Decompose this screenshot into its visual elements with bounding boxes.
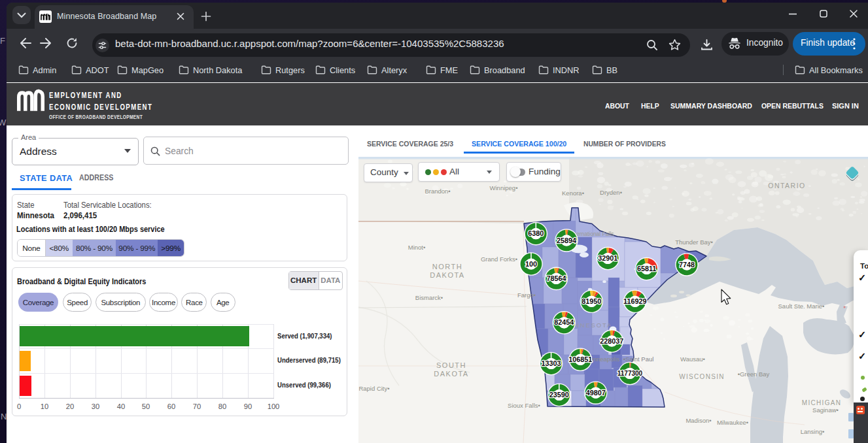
svg-text:106851: 106851 — [568, 355, 592, 363]
svg-text:DAKOTA: DAKOTA — [434, 370, 468, 378]
svg-text:116929: 116929 — [623, 297, 646, 305]
svg-text:Bismarck•: Bismarck• — [415, 294, 443, 301]
svg-text:Wausau•: Wausau• — [680, 355, 705, 363]
svg-text:Lansing•: Lansing• — [801, 428, 825, 435]
svg-text:•Green Bay: •Green Bay — [738, 370, 770, 378]
svg-text:78564: 78564 — [546, 274, 566, 282]
svg-text:Grand Forks•: Grand Forks• — [481, 255, 517, 263]
svg-text:Saginaw•: Saginaw• — [812, 406, 839, 414]
svg-text:Rapid City•: Rapid City• — [358, 385, 389, 392]
svg-text:1177300: 1177300 — [617, 370, 643, 377]
svg-text:25894: 25894 — [557, 237, 576, 244]
svg-text:228037: 228037 — [600, 337, 623, 345]
svg-text:Kenora•: Kenora• — [562, 189, 584, 197]
svg-text:•Saint Paul: •Saint Paul — [623, 355, 654, 363]
svg-text:DAKOTA: DAKOTA — [430, 271, 464, 279]
svg-text:82454: 82454 — [554, 318, 574, 326]
svg-text:7748: 7748 — [679, 261, 695, 269]
svg-text:Dryden•: Dryden• — [600, 189, 622, 196]
svg-text:Brandon•: Brandon• — [425, 188, 450, 195]
svg-text:23590: 23590 — [549, 391, 569, 399]
svg-text:32901: 32901 — [598, 254, 617, 262]
svg-text:Sault Ste. Marie•: Sault Ste. Marie• — [778, 303, 825, 310]
svg-text:81950: 81950 — [582, 297, 601, 305]
svg-text:ONTARIO: ONTARIO — [768, 182, 806, 189]
svg-text:100: 100 — [525, 260, 537, 268]
svg-text:49807: 49807 — [586, 389, 606, 397]
svg-text:MICHIGAN: MICHIGAN — [802, 399, 841, 406]
svg-text:Thunder Bay•: Thunder Bay• — [675, 238, 713, 246]
svg-text:13303: 13303 — [542, 359, 561, 367]
svg-text:NORTH: NORTH — [432, 263, 462, 271]
svg-text:6380: 6380 — [528, 229, 544, 237]
svg-text:Milwaukee•: Milwaukee• — [717, 419, 748, 426]
svg-text:Sioux Falls•: Sioux Falls• — [508, 402, 540, 409]
svg-text:65811: 65811 — [637, 265, 656, 272]
svg-text:Minot•: Minot• — [408, 244, 426, 251]
svg-text:Fargo•: Fargo• — [517, 291, 536, 299]
svg-text:Madison•: Madison• — [686, 417, 711, 424]
svg-text:SOUTH: SOUTH — [436, 361, 466, 369]
svg-text:Winnipeg•: Winnipeg• — [490, 184, 518, 191]
svg-text:WISCONSIN: WISCONSIN — [679, 373, 724, 380]
